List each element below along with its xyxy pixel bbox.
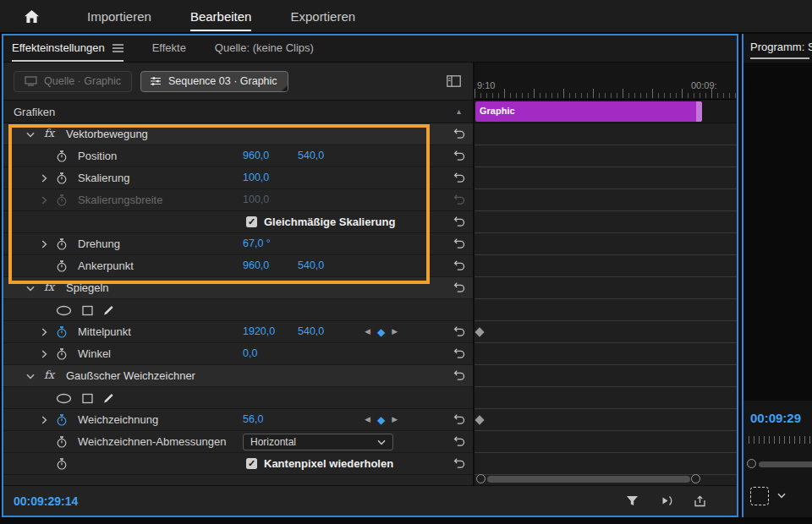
reset-icon[interactable]: [453, 436, 465, 447]
stopwatch-icon[interactable]: [56, 238, 68, 250]
param-value[interactable]: 100,0: [243, 172, 269, 183]
clip-right-handle[interactable]: [696, 101, 702, 122]
previous-keyframe-icon[interactable]: ◀: [365, 416, 370, 423]
stopwatch-icon[interactable]: [56, 348, 68, 360]
program-timecode[interactable]: 00:09:29: [750, 411, 801, 425]
pen-mask-tool-icon[interactable]: [102, 304, 114, 316]
source-clip-button[interactable]: Quelle · Graphic: [14, 71, 132, 92]
sequence-clip-button[interactable]: Sequence 03 · Graphic: [140, 71, 288, 92]
checkbox[interactable]: ✓: [246, 216, 257, 227]
filter-properties-icon[interactable]: [626, 495, 639, 506]
reset-icon[interactable]: [453, 238, 465, 249]
param-value[interactable]: 67,0 °: [243, 237, 271, 249]
program-scroll-handle[interactable]: [747, 459, 756, 468]
checkbox[interactable]: ✓: [246, 458, 257, 469]
param-value[interactable]: 1920,0: [243, 325, 275, 337]
tab-quelle[interactable]: Quelle: (keine Clips): [215, 35, 314, 62]
effect-row: ✓Kantenpixel wiederholen: [3, 453, 473, 475]
param-value[interactable]: 540,0: [298, 150, 324, 161]
stopwatch-icon[interactable]: [56, 194, 68, 206]
param-value[interactable]: 56,0: [243, 413, 263, 425]
rect-mask-tool-icon[interactable]: [82, 305, 93, 316]
timeline-ruler[interactable]: 9:10 00:09:: [475, 63, 737, 100]
app-header-bar: Importieren Bearbeiten Exportieren: [0, 0, 812, 32]
collapse-triangle-icon[interactable]: ▴: [457, 106, 461, 116]
chevron-down-icon[interactable]: [777, 493, 786, 499]
home-button[interactable]: [24, 9, 40, 24]
reset-icon[interactable]: [453, 348, 465, 359]
pen-mask-tool-icon[interactable]: [102, 392, 114, 404]
panel-tab-bar: Effekteinstellungen Effekte Quelle: (kei…: [3, 35, 737, 63]
chevron-right-icon[interactable]: [41, 196, 47, 205]
panel-menu-icon[interactable]: [112, 44, 123, 52]
stopwatch-icon[interactable]: [56, 458, 68, 470]
chevron-right-icon[interactable]: [41, 350, 47, 358]
panel-toggle-icon[interactable]: [447, 75, 461, 87]
source-clip-label: Quelle · Graphic: [44, 75, 121, 87]
reset-icon[interactable]: [453, 414, 465, 425]
play-around-icon[interactable]: [659, 495, 673, 506]
chevron-right-icon[interactable]: [41, 328, 47, 336]
reset-icon[interactable]: [453, 260, 465, 271]
chevron-right-icon[interactable]: [41, 174, 47, 183]
param-value[interactable]: 100,0: [243, 194, 269, 205]
chevron-right-icon[interactable]: [41, 416, 47, 424]
param-value[interactable]: 540,0: [298, 259, 324, 271]
tab-exportieren[interactable]: Exportieren: [290, 0, 355, 32]
tab-effekteinstellungen[interactable]: Effekteinstellungen: [12, 35, 123, 62]
keyframe-marker: [475, 415, 484, 424]
section-header-grafiken[interactable]: Grafiken ▴: [3, 100, 473, 123]
ellipse-mask-tool-icon[interactable]: [56, 305, 72, 316]
rect-mask-tool-icon[interactable]: [82, 393, 93, 404]
dropdown-select[interactable]: Horizontal: [243, 434, 393, 450]
reset-icon[interactable]: [453, 216, 465, 227]
checkbox-label: Kantenpixel wiederholen: [264, 457, 393, 470]
add-keyframe-icon[interactable]: ◆: [377, 415, 385, 425]
reset-icon[interactable]: [453, 458, 465, 469]
reset-icon[interactable]: [453, 194, 465, 205]
chevron-right-icon[interactable]: [41, 240, 47, 248]
param-value[interactable]: 0,0: [243, 347, 257, 359]
stopwatch-icon[interactable]: [56, 326, 68, 338]
reset-icon[interactable]: [453, 172, 465, 183]
add-keyframe-icon[interactable]: ◆: [377, 327, 385, 337]
stopwatch-icon[interactable]: [56, 172, 68, 184]
chevron-down-icon[interactable]: [26, 374, 35, 379]
effect-group-row: fxSpiegeln: [3, 277, 473, 299]
next-keyframe-icon[interactable]: ▶: [392, 328, 398, 336]
zoom-handle-left[interactable]: [476, 474, 486, 483]
param-value[interactable]: 960,0: [243, 259, 269, 271]
ellipse-mask-tool-icon[interactable]: [56, 393, 72, 404]
stopwatch-icon[interactable]: [56, 150, 68, 162]
current-timecode[interactable]: 00:09:29:14: [14, 494, 78, 508]
reset-icon[interactable]: [453, 128, 465, 139]
param-label: Winkel: [78, 347, 111, 360]
reset-icon[interactable]: [453, 326, 465, 337]
timeline-zoom-scrollbar[interactable]: [475, 473, 737, 485]
param-value[interactable]: 960,0: [243, 150, 269, 161]
effect-row: [3, 387, 473, 409]
scrollbar-thumb[interactable]: [487, 476, 690, 483]
program-tab-label[interactable]: Programm: S: [750, 41, 812, 53]
stopwatch-icon[interactable]: [56, 260, 68, 272]
stopwatch-icon[interactable]: [56, 436, 68, 448]
chevron-down-icon[interactable]: [26, 286, 35, 292]
button-editor-icon[interactable]: [750, 487, 769, 505]
stopwatch-icon[interactable]: [56, 414, 68, 426]
ruler-major-ticks: [475, 89, 737, 98]
previous-keyframe-icon[interactable]: ◀: [365, 328, 370, 336]
reset-icon[interactable]: [453, 282, 465, 293]
tab-importieren[interactable]: Importieren: [87, 0, 151, 32]
zoom-handle-right[interactable]: [691, 474, 700, 483]
reset-icon[interactable]: [453, 150, 465, 161]
timeline-clip[interactable]: Graphic: [475, 101, 702, 122]
tab-bearbeiten[interactable]: Bearbeiten: [190, 0, 252, 32]
export-icon[interactable]: [694, 495, 706, 507]
next-keyframe-icon[interactable]: ▶: [392, 416, 398, 423]
param-value[interactable]: 540,0: [298, 325, 324, 337]
program-scrollbar[interactable]: [759, 461, 812, 467]
chevron-down-icon[interactable]: [26, 132, 35, 138]
tab-effekte[interactable]: Effekte: [152, 35, 186, 62]
reset-icon[interactable]: [453, 370, 465, 381]
app-mode-tabs: Importieren Bearbeiten Exportieren: [87, 0, 355, 32]
